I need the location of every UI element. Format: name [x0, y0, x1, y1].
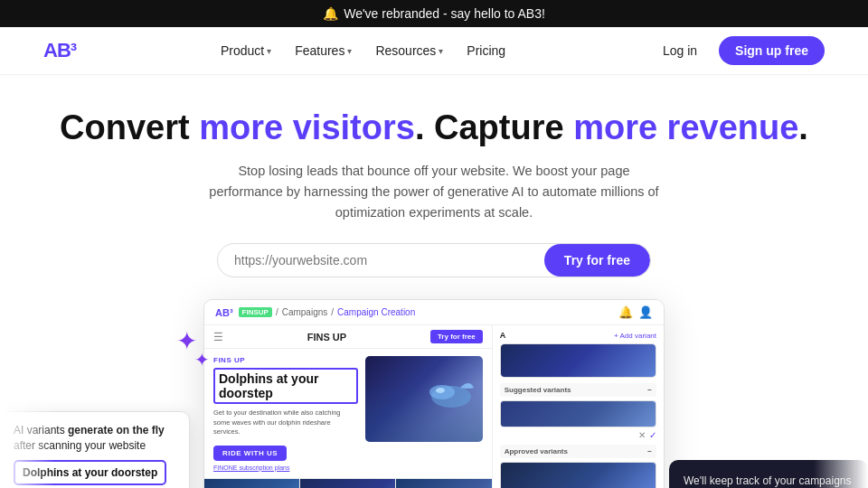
- ride-button[interactable]: RIDE WITH US: [213, 446, 287, 461]
- hero-headline-text2: . Capture: [415, 108, 573, 146]
- announcement-icon: 🔔: [323, 6, 338, 21]
- sparkle2-icon: ✦: [194, 349, 210, 371]
- approved-section: Approved variants −: [500, 445, 656, 488]
- suggested-label: Suggested variants: [505, 386, 571, 394]
- floating-text2: after scanning your website: [14, 439, 146, 452]
- book-now-button[interactable]: Try for free: [430, 330, 483, 343]
- suggested-card-1: [500, 400, 656, 427]
- breadcrumb: FINSUP / Campaigns / Campaign Creation: [239, 307, 416, 317]
- svg-point-2: [436, 388, 445, 393]
- hero-input-row: Try for free: [217, 243, 651, 277]
- hamburger-icon: ☰: [213, 331, 223, 343]
- mockup-logo: AB³: [215, 307, 233, 318]
- floating-bold: generate on the fly: [68, 424, 165, 436]
- nav-resources[interactable]: Resources ▾: [366, 38, 452, 63]
- grid-card-2: Humans get more discounts: [300, 479, 396, 488]
- logo[interactable]: AB³: [43, 39, 76, 62]
- bc-item1: FINSUP: [239, 307, 272, 317]
- bc-item2: Campaigns: [282, 307, 328, 317]
- hero-headline-text3: .: [798, 108, 808, 146]
- try-for-free-button[interactable]: Try for free: [544, 244, 650, 277]
- nav-features[interactable]: Features ▾: [286, 38, 361, 63]
- mockup-topbar: AB³ FINSUP / Campaigns / Campaign Creati…: [204, 300, 664, 325]
- suggested-toggle[interactable]: Suggested variants −: [500, 383, 656, 397]
- section-a-title: A: [500, 331, 506, 340]
- approved-card-1: [500, 462, 656, 488]
- mockup-left-panel: ☰ FINS UP Try for free FINS UP Dolphins …: [204, 325, 493, 488]
- chevron-down-icon: ▾: [347, 46, 352, 56]
- add-variant-button[interactable]: + Add variant: [614, 332, 656, 340]
- fins-text: FINS UP Dolphins at your doorstep Get to…: [213, 356, 358, 471]
- page-wrapper: 🔔 We've rebranded - say hello to AB3! AB…: [0, 0, 868, 488]
- hero-subtext: Stop losing leads that bounce off your w…: [208, 161, 660, 224]
- fins-up-title: FINS UP: [307, 332, 346, 343]
- collapse-approved-icon: −: [647, 447, 652, 455]
- preview-area: ✦ ✦ AB³ FINSUP / Campaigns / Campaign Cr…: [0, 299, 868, 488]
- dolphin-illustration: [424, 370, 478, 415]
- variant-card-image-a: [501, 344, 656, 377]
- announcement-bar: 🔔 We've rebranded - say hello to AB3!: [0, 0, 868, 27]
- user-icon: 👤: [638, 305, 653, 319]
- nav-pricing-label: Pricing: [467, 43, 505, 58]
- floating-text1: AI variants: [14, 424, 68, 436]
- approved-toggle[interactable]: Approved variants −: [500, 445, 656, 458]
- grid-card-3: FINSHARK RIDES: [396, 479, 491, 488]
- suggested-image-1: [501, 401, 656, 427]
- bc-item3: Campaign Creation: [337, 307, 415, 317]
- login-button[interactable]: Log in: [650, 37, 710, 64]
- grid-card-1: Learn more: [204, 479, 300, 488]
- hero-section: Convert more visitors. Capture more reve…: [0, 75, 868, 277]
- chevron-down-icon: ▾: [439, 46, 443, 56]
- sidebar-top: ☰ FINS UP Try for free: [204, 325, 492, 349]
- approve-icon[interactable]: ✓: [649, 430, 656, 440]
- mockup-right-panel: A + Add variant Suggested variants −: [493, 325, 664, 488]
- dashboard-mockup: AB³ FINSUP / Campaigns / Campaign Creati…: [203, 299, 665, 488]
- hero-headline-text1: Convert: [60, 108, 199, 146]
- nav-product-label: Product: [221, 43, 264, 58]
- nav-product[interactable]: Product ▾: [212, 38, 280, 63]
- action-row: ✕ ✓: [500, 430, 656, 440]
- floating-headline: Dolphins at your doorstep: [14, 460, 166, 485]
- floating-right-text: We'll keep track of your campaigns and p…: [684, 473, 854, 488]
- variant-card-a: [500, 343, 656, 378]
- suggested-section: Suggested variants − ✕ ✓: [500, 383, 656, 440]
- hero-headline-purple2: more revenue: [573, 108, 798, 146]
- mockup-body: ☰ FINS UP Try for free FINS UP Dolphins …: [204, 325, 664, 488]
- floating-card-text: AI variants generate on the fly after sc…: [14, 423, 176, 454]
- approved-image-1: [501, 463, 656, 488]
- fins-link[interactable]: FINONE subscription plans: [213, 465, 358, 471]
- nav-features-label: Features: [295, 43, 344, 58]
- nav-pricing[interactable]: Pricing: [458, 38, 514, 63]
- dismiss-icon[interactable]: ✕: [638, 430, 646, 440]
- announcement-text: We've rebranded - say hello to AB3!: [344, 6, 545, 21]
- collapse-icon: −: [647, 386, 652, 394]
- navbar: AB³ Product ▾ Features ▾ Resources ▾ Pri…: [0, 27, 868, 75]
- floating-card-right: We'll keep track of your campaigns and p…: [669, 460, 868, 488]
- fins-desc: Get to your destination while also catch…: [213, 408, 358, 437]
- variant-section-a: A + Add variant: [500, 331, 656, 378]
- mockup-icons: 🔔 👤: [618, 305, 653, 319]
- hero-headline: Convert more visitors. Capture more reve…: [43, 108, 825, 148]
- fins-headline: Dolphins at your doorstep: [213, 368, 358, 404]
- bell-icon: 🔔: [618, 305, 633, 319]
- nav-links: Product ▾ Features ▾ Resources ▾ Pricing: [212, 38, 514, 63]
- variant-section-header-a: A + Add variant: [500, 331, 656, 340]
- url-input[interactable]: [218, 244, 544, 277]
- fins-content: FINS UP Dolphins at your doorstep Get to…: [204, 349, 492, 478]
- nav-resources-label: Resources: [375, 43, 436, 58]
- hero-headline-purple1: more visitors: [199, 108, 415, 146]
- chevron-down-icon: ▾: [267, 46, 271, 56]
- fins-label: FINS UP: [213, 356, 358, 364]
- fins-image: [365, 356, 483, 442]
- bottom-grid: Learn more Humans get more discounts FIN…: [204, 478, 492, 488]
- approved-label: Approved variants: [505, 447, 568, 455]
- signup-button[interactable]: Sign up free: [719, 36, 825, 65]
- floating-card-left: AI variants generate on the fly after sc…: [0, 411, 190, 488]
- nav-actions: Log in Sign up free: [650, 36, 825, 65]
